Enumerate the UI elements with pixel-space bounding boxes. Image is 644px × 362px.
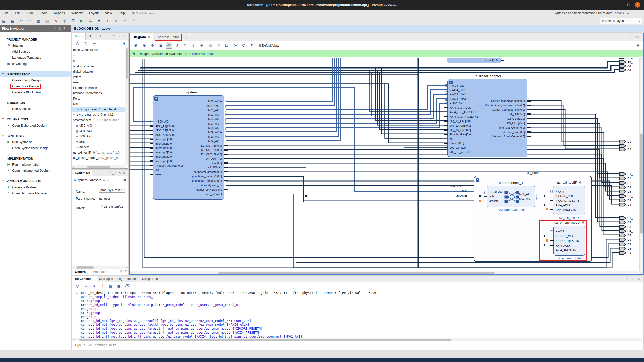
flownav-head-rtl-analysis[interactable]: ▾RTL ANALYSIS xyxy=(0,116,71,123)
external-port-a3[interactable]: A3_ xyxy=(619,59,632,64)
menu-tools[interactable]: Tools xyxy=(37,10,51,17)
block-uz_digital_adapter[interactable]: ++ AXI4_Lite+ AXI4_Lite1+ AXI4_Lite2+ AX… xyxy=(447,79,527,157)
maximize-button[interactable]: ▢ xyxy=(625,2,632,8)
flownav-head-synthesis[interactable]: ▾SYNTHESIS xyxy=(0,133,71,139)
undo-icon[interactable]: ↶ xyxy=(17,17,25,25)
port-interrupt2-0-0-[interactable]: Interrupt2[0:0] xyxy=(155,146,173,150)
redo-icon[interactable]: ↷ xyxy=(26,17,33,25)
external-port-d4[interactable]: D4_ xyxy=(619,198,633,202)
external-port-d2[interactable]: D2_ xyxy=(619,180,633,184)
port-peripheral-aresetn1-0-0-[interactable]: peripheral_aresetn1[0:0] xyxy=(192,174,222,178)
link-icon[interactable]: ⚯ xyxy=(121,17,129,25)
port-d1-out-28-0-0-[interactable]: D1_OUT_28[0:0] xyxy=(201,148,222,152)
block-probe-block[interactable]: probe4[0:0] xyxy=(447,58,501,63)
external-port-d3[interactable]: D3_ xyxy=(619,246,633,250)
port-carrier-triangular-max-0-0-[interactable]: Carrier_triangular_max[0:0] xyxy=(491,99,525,103)
tree-item-digital-adapter[interactable]: digital_adapter xyxy=(72,69,125,75)
tree-item-s[interactable]: s xyxy=(72,58,125,64)
tree-item-nets[interactable]: Nets xyxy=(72,101,125,107)
external-port-d1[interactable]: D1_ xyxy=(619,139,633,143)
external-port-d2[interactable]: D2_ xyxy=(619,220,633,224)
console-tab-reports[interactable]: Reports xyxy=(125,276,140,282)
external-port-a3[interactable]: A3_ xyxy=(619,67,632,71)
port-axi4-lite-aresetn[interactable]: AXI4_Lite_ARESETN xyxy=(450,110,477,114)
console-tab-tcl-console[interactable]: Tcl Console ✕ xyxy=(72,276,97,282)
tab-nav-icons[interactable]: ◁ ▷ ≡ xyxy=(118,269,127,273)
port-axi4-lite3[interactable]: + AXI4_Lite3 xyxy=(450,97,466,101)
sources-vscrollbar[interactable] xyxy=(125,47,128,165)
flownav-item-generate-block-design[interactable]: Generate Block Design xyxy=(0,89,71,95)
flownav-item-run-synthesis[interactable]: ▶Run Synthesis xyxy=(0,139,71,145)
minimize-button[interactable]: – xyxy=(618,2,624,8)
flownav-head-ip-integrator[interactable]: ▾IP INTEGRATOR xyxy=(0,71,71,77)
gear-icon[interactable]: ✱ xyxy=(123,40,126,47)
collapse-all-icon[interactable]: ⇕ xyxy=(54,25,56,32)
maximize-icon[interactable]: □ xyxy=(634,35,637,39)
port-m10-axi[interactable]: M10_AXI + xyxy=(208,135,222,138)
block-smartconnect_1[interactable]: + S00_AXIaclkaresetnM00_AXI +M01_AXI + xyxy=(487,186,535,207)
run-block-automation-link[interactable]: Run Block Automation xyxy=(185,52,217,56)
console-tab-log[interactable]: Log xyxy=(115,276,125,282)
port-axi4-lite1[interactable]: + AXI4_Lite1 xyxy=(450,88,466,92)
port-axi4-lite[interactable]: + AXI4_Lite xyxy=(450,84,464,87)
zoom-in-icon[interactable]: ⊕ xyxy=(132,41,140,50)
tab-sources[interactable]: Sou ✕ xyxy=(72,33,86,40)
customize-icon[interactable]: ⚒ xyxy=(215,41,222,50)
tree-item-analog-adapter[interactable]: analog_adapter xyxy=(72,64,125,69)
tree-item-rface-connections[interactable]: rface Connections xyxy=(72,47,125,53)
tree-item-m01-axi[interactable]: ▣M01_AXI xyxy=(72,129,125,134)
port-m12-axi[interactable]: M12_AXI + xyxy=(208,139,222,143)
flownav-item-language-templates[interactable]: Language Templates xyxy=(0,55,71,61)
port-dout-0-0-[interactable]: Dout[0:0] xyxy=(211,161,222,165)
tab-signals[interactable]: Sig xyxy=(87,33,96,40)
gear-icon[interactable]: ✱ xyxy=(636,41,639,50)
tcl-command-input[interactable]: Type a Tcl command here xyxy=(73,342,642,348)
external-port-d2[interactable]: D2_ xyxy=(619,185,633,189)
tree-item-external-interfaces[interactable]: External Interfaces xyxy=(72,85,125,91)
port-d1-out-26-0-0-[interactable]: D1_OUT_26[0:0] xyxy=(201,144,222,147)
port-interrupt4-0-0-[interactable]: Interrupt4[0:0] xyxy=(155,155,173,158)
help-icon[interactable]: ? xyxy=(63,25,65,32)
tab-properties[interactable]: Properties xyxy=(90,269,110,275)
paste-icon[interactable]: ▨ xyxy=(43,17,51,25)
expand-icon[interactable]: ⇕ xyxy=(90,282,98,289)
port-d1-out-29-0-0-[interactable]: D1_OUT_29[0:0] xyxy=(201,153,222,156)
help-icon[interactable]: ? xyxy=(113,35,116,38)
tab-diagram[interactable]: Diagram✕ xyxy=(130,33,153,41)
console-tab-design-runs[interactable]: Design Runs xyxy=(140,276,162,282)
flownav-item-run-implementation[interactable]: ▶Run Implementation xyxy=(0,162,71,168)
menu-layout[interactable]: Layout xyxy=(86,10,102,17)
orientation-icon[interactable]: ↶̅ xyxy=(248,41,255,50)
tree-item-s[interactable]: s xyxy=(72,53,125,58)
canvas-vscrollbar[interactable]: ⌃ xyxy=(639,58,643,272)
flownav-item-open-synthesized-design[interactable]: ›Open Synthesized Design xyxy=(0,145,71,151)
port-interrupt3-0-0-[interactable]: Interrupt3[0:0] xyxy=(155,151,173,154)
field-value[interactable]: proc_sys_reset_1 xyxy=(99,188,125,193)
pause-icon[interactable]: ‖ xyxy=(99,282,106,289)
tree-item-uz-axi-testip-0[interactable]: uz_axi_testIP_0 (uz_axi_testIP:1.0 xyxy=(72,150,125,156)
menu-edit[interactable]: Edit xyxy=(12,10,24,17)
search-icon[interactable]: ◎ xyxy=(74,282,81,289)
flownav-item-open-block-design[interactable]: Open Block Design xyxy=(0,83,71,89)
flownav-head-simulation[interactable]: ▾SIMULATION xyxy=(0,100,71,106)
cancel-run-icon[interactable]: ▶̸ xyxy=(113,17,120,25)
flownav-item-add-sources[interactable]: Add Sources xyxy=(0,49,71,55)
bitstream-icon[interactable]: ⇊ xyxy=(87,17,94,25)
port-s00-axi[interactable]: + S00_AXI xyxy=(489,190,503,194)
back-icon[interactable]: ← xyxy=(102,178,105,182)
float-icon[interactable]: ⇱ xyxy=(119,171,123,175)
port-d1-out-5-0-[interactable]: D1_OUT[5:0] xyxy=(509,112,525,116)
port-m03-axi[interactable]: M03_AXI + xyxy=(208,117,222,121)
port-interrupt-start-center-0-0-[interactable]: Interrupt_Start_Center[0:0] xyxy=(492,135,525,138)
port-interrupt-start-0-0-[interactable]: Interrupt_Start[0:0] xyxy=(502,130,525,134)
flownav-item-open-implemented-design[interactable]: ›Open Implemented Design xyxy=(0,168,71,174)
external-port-d1[interactable]: D1_ xyxy=(619,216,633,220)
port-carrier-triangular-max-min-0-0-[interactable]: Carrier_triangular_max_min[0:0] xyxy=(485,104,525,107)
port-interrupt1-0-0-[interactable]: Interrupt1[0:0] xyxy=(155,142,173,145)
menu-reports[interactable]: Reports xyxy=(51,10,68,17)
autofit-icon[interactable]: ◎ xyxy=(166,42,172,49)
external-port-d4[interactable]: D4_ xyxy=(619,233,633,237)
external-port-d3[interactable]: D3_ xyxy=(619,147,633,151)
delete-icon[interactable]: ⌫ xyxy=(123,282,131,289)
port-d3-out-25-0-[interactable]: D3_OUT[25:0] xyxy=(507,121,525,125)
